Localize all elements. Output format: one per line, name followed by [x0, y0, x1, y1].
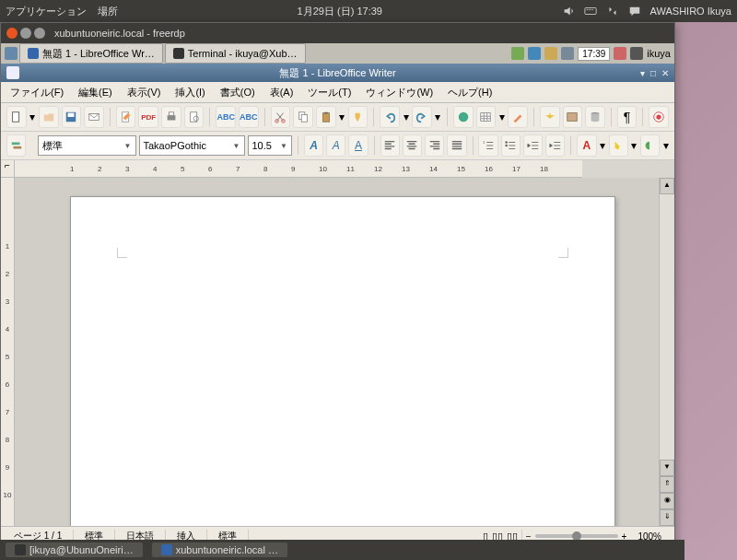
tray-icon-6[interactable] [630, 47, 643, 60]
menu-view[interactable]: 表示(V) [122, 84, 167, 101]
hyperlink-button[interactable] [453, 106, 474, 128]
email-button[interactable] [84, 106, 104, 128]
align-justify-button[interactable] [447, 134, 466, 157]
network-icon[interactable] [606, 5, 621, 18]
nav-select-icon[interactable]: ◉ [660, 493, 674, 509]
decrease-indent-button[interactable] [523, 134, 543, 157]
redo-button[interactable] [412, 106, 432, 128]
undo-dropdown[interactable]: ▾ [403, 107, 409, 127]
table-button[interactable] [476, 106, 497, 128]
auto-spellcheck-button[interactable]: ABC [239, 106, 259, 128]
numbered-list-button[interactable]: 1 [478, 134, 497, 157]
font-combo[interactable]: TakaoPGothic▼ [139, 135, 245, 156]
applications-menu[interactable]: アプリケーション [6, 5, 87, 18]
menu-edit[interactable]: 編集(E) [73, 84, 118, 101]
menu-help[interactable]: ヘルプ(H) [442, 84, 497, 101]
volume-icon[interactable] [562, 5, 577, 18]
paste-dropdown[interactable]: ▾ [339, 107, 345, 127]
menu-format[interactable]: 書式(O) [215, 84, 261, 101]
page[interactable] [70, 196, 615, 526]
window-titlebar[interactable]: xubuntuoneiric.local - freerdp [1, 23, 674, 43]
taskbar-item-terminal[interactable]: [ikuya@UbunuOneiri… [6, 542, 143, 557]
tray-icon-4[interactable] [561, 47, 574, 60]
next-page-icon[interactable]: ⇓ [660, 509, 674, 526]
style-combo[interactable]: 標準▼ [38, 135, 135, 156]
window-title: xubuntuoneiric.local - freerdp [54, 28, 185, 39]
chat-icon[interactable] [628, 5, 643, 18]
styles-button[interactable] [6, 134, 26, 157]
font-color-button[interactable]: A [577, 134, 596, 157]
open-button[interactable] [39, 106, 59, 128]
navigator-button[interactable] [540, 106, 560, 128]
help-button[interactable] [649, 106, 669, 128]
highlight-button[interactable] [609, 134, 628, 157]
fontsize-combo[interactable]: 10.5▼ [248, 135, 293, 156]
app-maximize-icon[interactable]: □ [650, 68, 656, 78]
clock[interactable]: 1月29日 (日) 17:39 [118, 5, 562, 18]
bg-color-button[interactable] [640, 134, 660, 157]
new-dropdown[interactable]: ▾ [29, 107, 36, 127]
remote-user[interactable]: ikuya [647, 48, 671, 59]
undo-button[interactable] [380, 106, 400, 128]
new-button[interactable] [6, 106, 27, 128]
maximize-icon[interactable] [34, 28, 45, 39]
increase-indent-button[interactable] [545, 134, 565, 157]
paste-button[interactable] [316, 106, 336, 128]
prev-page-icon[interactable]: ⇑ [660, 476, 674, 493]
menu-file[interactable]: ファイル(F) [5, 84, 69, 101]
scroll-up-icon[interactable]: ▲ [660, 178, 674, 194]
app-close-icon[interactable]: ✕ [661, 68, 669, 78]
menu-insert[interactable]: 挿入(I) [170, 84, 210, 101]
keyboard-icon[interactable] [584, 5, 599, 18]
places-menu[interactable]: 場所 [98, 5, 118, 18]
minimize-icon[interactable] [20, 28, 31, 39]
edit-button[interactable] [116, 106, 136, 128]
bulleted-list-button[interactable] [501, 134, 521, 157]
scroll-down-icon[interactable]: ▼ [660, 460, 674, 476]
tray-icon-2[interactable] [528, 47, 541, 60]
highlight-dropdown[interactable]: ▾ [631, 135, 638, 156]
italic-button[interactable]: A [326, 134, 345, 157]
gallery-button[interactable] [563, 106, 583, 128]
save-button[interactable] [62, 106, 82, 128]
menu-table[interactable]: 表(A) [264, 84, 299, 101]
document-canvas[interactable] [15, 178, 659, 526]
preview-button[interactable] [184, 106, 205, 128]
underline-button[interactable]: A [348, 134, 368, 157]
font-color-dropdown[interactable]: ▾ [600, 135, 606, 156]
horizontal-ruler[interactable]: 123456789101112131415161718 [15, 160, 567, 178]
cut-button[interactable] [271, 106, 291, 128]
user-menu[interactable]: AWASHIRO Ikuya [650, 6, 731, 17]
redo-dropdown[interactable]: ▾ [435, 107, 441, 127]
bg-color-dropdown[interactable]: ▾ [662, 135, 669, 156]
align-center-button[interactable] [403, 134, 422, 157]
tray-icon-1[interactable] [511, 47, 524, 60]
align-right-button[interactable] [425, 134, 444, 157]
app-minimize-icon[interactable]: ▾ [640, 68, 645, 78]
panel-app-terminal[interactable]: Terminal - ikuya@Xub… [165, 43, 306, 64]
format-paintbrush-button[interactable] [348, 106, 368, 128]
close-icon[interactable] [6, 28, 18, 39]
remote-clock[interactable]: 17:39 [578, 47, 610, 61]
panel-app-writer[interactable]: 無題 1 - LibreOffice Wr… [19, 43, 163, 64]
print-button[interactable] [161, 106, 181, 128]
app-titlebar[interactable]: 無題 1 - LibreOffice Writer ▾ □ ✕ [1, 64, 674, 82]
xfce-menu-icon[interactable] [5, 47, 18, 60]
taskbar-item-freerdp[interactable]: xubuntuoneiric.local … [152, 542, 287, 557]
bold-button[interactable]: A [304, 134, 323, 157]
pdf-export-button[interactable]: PDF [138, 106, 158, 128]
menu-window[interactable]: ウィンドウ(W) [360, 84, 439, 101]
drawing-button[interactable] [508, 106, 528, 128]
nonprinting-button[interactable]: ¶ [617, 106, 638, 128]
copy-button[interactable] [293, 106, 313, 128]
vertical-scrollbar[interactable]: ▲ ▼ ⇑ ◉ ⇓ [659, 178, 674, 526]
align-left-button[interactable] [380, 134, 400, 157]
menu-tools[interactable]: ツール(T) [302, 84, 357, 101]
tray-icon-5[interactable] [614, 47, 626, 60]
datasources-button[interactable] [585, 106, 605, 128]
vertical-ruler[interactable]: 12345678910 [1, 178, 15, 526]
table-dropdown[interactable]: ▾ [498, 107, 505, 127]
spellcheck-button[interactable]: ABC [216, 106, 236, 128]
zoom-slider[interactable] [535, 534, 618, 538]
tray-icon-3[interactable] [544, 47, 557, 60]
